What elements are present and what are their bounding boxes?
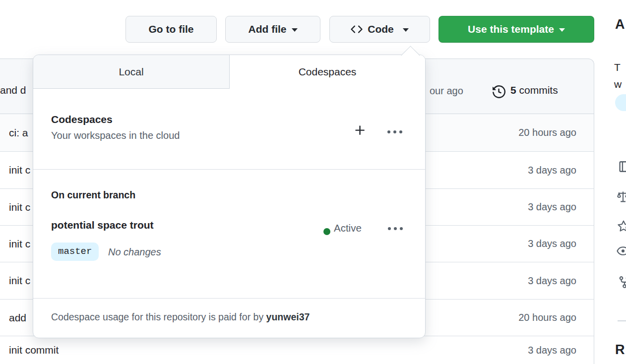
add-file-button[interactable]: Add file (225, 16, 320, 43)
codespace-usage-footer: Codespace usage for this repository is p… (51, 311, 310, 323)
chevron-down-icon (292, 28, 298, 32)
add-file-label: Add file (249, 23, 287, 35)
history-icon (493, 85, 505, 100)
footer-owner: yunwei37 (266, 311, 310, 322)
use-this-template-button[interactable]: Use this template (438, 16, 594, 43)
readme-book-icon[interactable] (618, 160, 626, 175)
file-row-message[interactable]: init c (9, 238, 30, 250)
star-icon[interactable] (617, 220, 626, 235)
releases-heading: R (615, 342, 625, 358)
file-row-message[interactable]: init c (9, 201, 30, 213)
file-row[interactable]: init commit 3 days ago (0, 336, 594, 364)
branch-badge[interactable]: master (51, 243, 99, 261)
file-row-time: 3 days ago (528, 345, 576, 356)
new-codespace-plus-button[interactable] (354, 124, 367, 139)
tab-codespaces[interactable]: Codespaces (230, 55, 425, 89)
file-row-message[interactable]: init c (9, 164, 30, 176)
file-row-time: 3 days ago (528, 275, 576, 287)
codespace-name[interactable]: potential space trout (51, 219, 154, 231)
code-button[interactable]: Code (329, 16, 430, 43)
eye-icon[interactable] (617, 244, 626, 259)
dropdown-divider (33, 298, 425, 299)
chevron-down-icon (559, 28, 565, 32)
code-icon (351, 23, 363, 35)
code-label: Code (368, 23, 394, 35)
use-this-template-label: Use this template (468, 23, 554, 35)
active-status-dot-icon (323, 228, 330, 235)
dropdown-divider (33, 169, 425, 170)
footer-text: Codespace usage for this repository is p… (51, 311, 266, 322)
chevron-down-icon (403, 28, 409, 32)
topic-tag[interactable] (615, 94, 626, 111)
law-scales-icon[interactable] (617, 190, 626, 205)
repo-description-line1: T (614, 61, 621, 73)
file-row-time: 3 days ago (528, 238, 576, 249)
go-to-file-label: Go to file (149, 23, 194, 35)
codespaces-title: Codespaces (51, 114, 113, 125)
tab-codespaces-label: Codespaces (299, 66, 357, 78)
no-changes-label: No changes (108, 246, 161, 258)
about-heading: A (615, 17, 625, 32)
fork-icon[interactable] (618, 276, 626, 291)
codespace-status: Active (334, 222, 362, 234)
file-row-time: 3 days ago (528, 165, 576, 176)
file-row-message[interactable]: add (9, 312, 26, 324)
tab-local-label: Local (119, 66, 143, 78)
file-row-time: 20 hours ago (518, 312, 576, 323)
go-to-file-button[interactable]: Go to file (125, 16, 217, 43)
code-dropdown: Local Codespaces Codespaces Your workspa… (33, 55, 426, 338)
file-row-message[interactable]: init c (9, 275, 30, 287)
sidebar-divider (618, 320, 626, 321)
codespaces-subtitle: Your workspaces in the cloud (51, 130, 180, 141)
latest-commit-time: our ago (430, 85, 463, 97)
commits-label: commits (519, 84, 558, 96)
file-row-message[interactable]: init commit (9, 344, 59, 356)
file-row-time: 20 hours ago (518, 127, 576, 138)
repo-description-line2: w (614, 78, 622, 90)
codespace-kebab-menu[interactable] (388, 227, 403, 230)
latest-commit-message[interactable]: and d (0, 84, 26, 96)
commits-count: 5 (510, 84, 516, 96)
file-row-time: 3 days ago (528, 201, 576, 213)
tab-local[interactable]: Local (33, 55, 230, 89)
file-row-message[interactable]: ci: a (9, 127, 28, 139)
on-current-branch-label: On current branch (51, 189, 135, 201)
commits-link[interactable]: 5 commits (510, 84, 558, 96)
codespaces-kebab-menu[interactable] (387, 130, 402, 133)
github-repo-page: and d our ago 5 commits ci: a 20 hours a… (0, 0, 626, 364)
